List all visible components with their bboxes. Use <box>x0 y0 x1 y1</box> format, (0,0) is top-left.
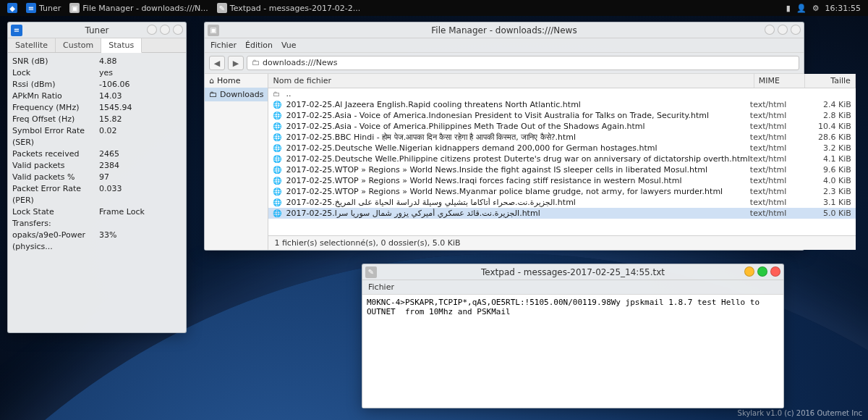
file-icon: 🌐 <box>273 166 283 174</box>
status-key: Packets received <box>12 148 99 160</box>
window-title: Tuner <box>85 25 109 35</box>
file-row[interactable]: 🌐2017-02-25.WTOP » Regions » World News.… <box>268 175 855 186</box>
tray-settings-icon[interactable]: ⚙ <box>812 4 820 13</box>
folder-icon: ▣ <box>208 25 219 36</box>
sidebar-label: Downloads <box>220 90 263 99</box>
file-row[interactable]: 🌐2017-02-25.Al Jazeera English.Rapid coo… <box>268 99 855 110</box>
file-row[interactable]: 🌐2017-02-25.BBC Hindi - होम पेज.आपका दिन… <box>268 132 855 143</box>
minimize-button[interactable] <box>744 266 754 277</box>
file-row[interactable]: 🌐2017-02-25.Deutsche Welle.Philippine ci… <box>268 154 855 164</box>
tab-status[interactable]: Status <box>101 38 142 53</box>
sidebar-item-downloads[interactable]: 🗀 Downloads <box>205 88 268 101</box>
tuner-window: ≡ Tuner SatelliteCustomStatus SNR (dB)4.… <box>7 22 187 333</box>
column-mime[interactable]: MIME <box>754 74 805 88</box>
file-mime: text/html <box>750 154 801 164</box>
desktop-credit: Skylark v1.0 (c) 2016 Outernet Inc <box>738 409 862 417</box>
textpad-icon: ✎ <box>365 266 377 278</box>
status-value: 15.82 <box>99 114 122 125</box>
file-size: 2.3 KiB <box>801 187 851 196</box>
file-row[interactable]: 🌐2017-02-25.الجزيرة.نت.قائد عسكري أميركي… <box>268 208 855 219</box>
filemanager-columns: Nom de fichier MIME Taille <box>268 74 855 88</box>
close-button[interactable] <box>770 266 780 277</box>
filemanager-sidebar: ⌂ Home 🗀 Downloads <box>205 74 268 250</box>
file-name: 2017-02-25.Asia - Voice of America.Indon… <box>286 111 749 120</box>
menu-fichier[interactable]: Fichier <box>368 282 394 292</box>
close-button[interactable] <box>173 25 183 35</box>
taskbar-item-textpad[interactable]: ✎ Textpad - messages-2017-02-2... <box>213 1 365 14</box>
file-mime: text/html <box>750 122 801 131</box>
file-row[interactable]: 🌐2017-02-25.WTOP » Regions » World News.… <box>268 164 855 175</box>
file-name: 2017-02-25.WTOP » Regions » World News.M… <box>286 187 749 196</box>
status-key: Rssi (dBm) <box>12 79 99 91</box>
filemanager-window: ▣ File Manager - downloads:///News Fichi… <box>204 22 804 251</box>
address-text: downloads:///News <box>263 56 337 70</box>
status-key: Transfers: <box>12 218 99 230</box>
filemanager-menu: FichierÉditionVue <box>205 38 804 53</box>
window-titlebar[interactable]: ≡ Tuner <box>8 22 186 38</box>
maximize-button[interactable] <box>778 25 788 35</box>
file-name: 2017-02-25.Al Jazeera English.Rapid cool… <box>286 100 749 109</box>
filemanager-list: 🗀..🌐2017-02-25.Al Jazeera English.Rapid … <box>268 88 855 235</box>
file-row[interactable]: 🌐2017-02-25.Deutsche Welle.Nigerian kidn… <box>268 143 855 154</box>
status-row: Transfers: <box>12 218 182 230</box>
menu-vue[interactable]: Vue <box>281 41 297 50</box>
menu-fichier[interactable]: Fichier <box>210 41 237 50</box>
taskbar-item-tuner[interactable]: ≡ Tuner <box>22 1 65 14</box>
status-value: 1545.94 <box>99 102 132 114</box>
file-row[interactable]: 🌐2017-02-25.Asia - Voice of America.Phil… <box>268 121 855 132</box>
tuner-icon: ≡ <box>26 3 36 13</box>
filemanager-toolbar: ◀ ▶ 🗀 downloads:///News <box>205 53 804 74</box>
menu-édition[interactable]: Édition <box>245 41 273 50</box>
status-key: Frequency (MHz) <box>12 102 99 114</box>
status-row: Freq Offset (Hz)15.82 <box>12 114 182 125</box>
back-button[interactable]: ◀ <box>209 56 225 70</box>
tab-satellite[interactable]: Satellite <box>8 38 56 52</box>
status-value: 2384 <box>99 160 119 172</box>
file-icon: 🌐 <box>273 122 283 130</box>
window-title: Textpad - messages-2017-02-25_14:55.txt <box>481 267 665 277</box>
status-row: opaks/a9e0-Power (physics...33% <box>12 230 182 253</box>
file-name: .. <box>286 89 749 98</box>
tab-custom[interactable]: Custom <box>56 38 101 52</box>
file-name: 2017-02-25.WTOP » Regions » World News.I… <box>286 165 749 175</box>
maximize-button[interactable] <box>757 266 767 277</box>
maximize-button[interactable] <box>160 25 170 35</box>
status-row: APkMn Ratio14.03 <box>12 91 182 102</box>
tray-user-icon[interactable]: 👤 <box>796 4 807 13</box>
status-key: Lock <box>12 67 99 79</box>
window-title: File Manager - downloads:///News <box>431 25 576 35</box>
column-size[interactable]: Taille <box>805 74 856 88</box>
tray-battery-icon[interactable]: ▮ <box>786 4 791 13</box>
sidebar-item-home[interactable]: ⌂ Home <box>205 74 268 88</box>
column-name[interactable]: Nom de fichier <box>268 74 754 88</box>
minimize-button[interactable] <box>765 25 775 35</box>
status-row: Packets received2465 <box>12 148 182 160</box>
filemanager-statusbar: 1 fichier(s) selectionné(s), 0 dossier(s… <box>268 235 855 250</box>
file-icon: 🌐 <box>273 177 283 185</box>
start-icon: ◆ <box>7 3 17 13</box>
file-row[interactable]: 🌐2017-02-25.WTOP » Regions » World News.… <box>268 186 855 197</box>
file-mime: text/html <box>750 209 801 218</box>
file-size: 4.0 KiB <box>801 176 851 185</box>
window-titlebar[interactable]: ✎ Textpad - messages-2017-02-25_14:55.tx… <box>362 264 783 280</box>
status-row: Valid packets2384 <box>12 160 182 172</box>
file-name: 2017-02-25.BBC Hindi - होम पेज.आपका दिन … <box>286 133 749 142</box>
clock[interactable]: 16:31:55 <box>825 4 861 13</box>
file-row[interactable]: 🌐2017-02-25.الجزيرة.نت.صحراء أتاكاما بتش… <box>268 197 855 208</box>
address-bar[interactable]: 🗀 downloads:///News <box>247 56 799 70</box>
status-row: Rssi (dBm)-106.06 <box>12 79 182 91</box>
start-button[interactable]: ◆ <box>3 1 22 14</box>
file-row-parent[interactable]: 🗀.. <box>268 88 855 99</box>
taskbar-item-filemanager[interactable]: ▣ File Manager - downloads:///N... <box>65 1 213 14</box>
status-value: 4.88 <box>99 56 117 67</box>
forward-button[interactable]: ▶ <box>228 56 244 70</box>
minimize-button[interactable] <box>147 25 157 35</box>
close-button[interactable] <box>791 25 801 35</box>
file-row[interactable]: 🌐2017-02-25.Asia - Voice of America.Indo… <box>268 110 855 121</box>
textpad-content[interactable]: M0KNC-4>PSKAPR,TCPIP*,qAS,OE5RTL:!5105.0… <box>362 295 783 408</box>
file-size: 2.4 KiB <box>801 100 851 109</box>
status-key: APkMn Ratio <box>12 91 99 102</box>
window-titlebar[interactable]: ▣ File Manager - downloads:///News <box>205 22 804 38</box>
file-name: 2017-02-25.Asia - Voice of America.Phili… <box>286 122 749 131</box>
status-value: 0.02 <box>99 125 117 148</box>
